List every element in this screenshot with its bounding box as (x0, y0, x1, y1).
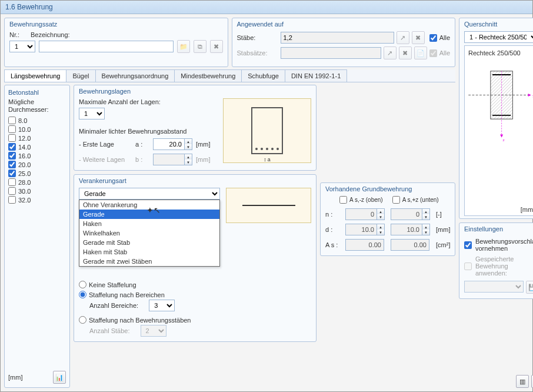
stabe-input[interactable] (281, 32, 394, 44)
legend-grund: Vorhandene Grundbewehrung (325, 185, 450, 192)
tab-bewehrungsanordnung[interactable]: Bewehrungsanordnung (95, 69, 175, 82)
a-unit: [mm] (196, 141, 217, 148)
legend-querschnitt: Querschnitt (464, 21, 533, 28)
opt-gerade-stab[interactable]: Gerade mit Stab (79, 238, 219, 247)
top-row: Bewehrungssatz Nr.: Bezeichnung: 1 📁 ⧉ ✖ (4, 18, 455, 67)
mid-column: Bewehrungslagen Maximale Anzahl der Lage… (74, 85, 317, 388)
diam-14[interactable] (8, 143, 16, 151)
legend-betonstahl: Betonstahl (8, 89, 66, 96)
group-querschnitt: Querschnitt 1 - Rechteck 250/500 Rechtec… (459, 18, 533, 219)
folder-icon[interactable]: 📁 (177, 40, 190, 53)
group-einstellungen: Einstellungen Bewehrungsvorschlag vorneh… (459, 222, 533, 299)
gespeichert-checkbox (464, 263, 472, 270)
radio-keine-staffelung[interactable] (79, 281, 86, 288)
opt-haken-stab[interactable]: Haken mit Stab (79, 247, 219, 257)
titlebar: 1.6 Bewehrung (1, 1, 532, 14)
qs-title: Rechteck 250/500 (468, 49, 533, 57)
max-lagen-label: Maximale Anzahl der Lagen: (79, 98, 217, 105)
save-icon[interactable]: 💾 (526, 281, 533, 294)
radio-staffelung-stabe[interactable] (79, 316, 86, 324)
group-angewendet: Angewendet auf Stäbe: ↗ ✖ Alle Stabsätze… (232, 18, 456, 67)
gespeichert-select (464, 281, 524, 293)
diam-10[interactable] (8, 125, 16, 133)
querschnitt-select[interactable]: 1 - Rechteck 250/500 (464, 31, 533, 43)
legend-angewendet: Angewendet auf (237, 21, 451, 28)
diam-30[interactable] (8, 187, 16, 195)
vorschlag-label: Bewehrungsvorschlag vornehmen (475, 238, 533, 252)
max-lagen-select[interactable]: 1 (79, 108, 105, 119)
duplicate-icon[interactable]: ⧉ (194, 40, 206, 53)
verankerung-select[interactable]: Gerade (79, 188, 220, 200)
as-label: A s : (325, 241, 339, 248)
clear-icon[interactable]: ✖ (399, 46, 412, 59)
verankerung-preview (226, 188, 311, 223)
add-set-icon[interactable]: 📄 (414, 46, 427, 59)
bez-label: Bezeichnung: (31, 31, 66, 38)
diam-list: 8.0 10.0 12.0 14.0 16.0 20.0 25.0 28.0 3… (8, 116, 66, 371)
clear-icon[interactable]: ✖ (412, 31, 425, 44)
tab-laengsbewehrung[interactable]: Längsbewehrung (4, 69, 66, 82)
opt-gerade[interactable]: Gerade (79, 210, 219, 219)
as2-input (391, 239, 429, 251)
d-unit: [mm] (436, 226, 456, 233)
group-bewehrungssatz: Bewehrungssatz Nr.: Bezeichnung: 1 📁 ⧉ ✖ (4, 18, 228, 67)
anzahl-bereiche-select[interactable]: 3 (149, 300, 175, 311)
tab-din[interactable]: DIN EN 1992-1-1 (285, 69, 347, 82)
verankerung-dropdown-wrap: Gerade Ohne Verankerung Gerade Haken Win… (79, 188, 220, 223)
vorschlag-checkbox[interactable] (464, 241, 472, 249)
stabsatze-label: Stabsätze: (237, 49, 278, 57)
d-label: d : (325, 226, 339, 233)
opt-ohne[interactable]: Ohne Verankerung (79, 200, 219, 210)
radio-staffelung-bereich[interactable] (79, 291, 86, 298)
asz-unten-checkbox[interactable] (392, 196, 400, 204)
diam-unit: [mm] (8, 374, 22, 381)
legend-settings: Einstellungen (464, 225, 533, 232)
stabe-label: Stäbe: (237, 34, 278, 41)
diam-32[interactable] (8, 196, 16, 204)
d1-input (345, 224, 377, 235)
diam-20[interactable] (8, 161, 16, 168)
dialog-window: 1.6 Bewehrung Bewehrungssatz Nr.: Bezeic… (0, 0, 533, 392)
diam-16[interactable] (8, 152, 16, 160)
n2-input (391, 208, 422, 220)
asz-oben-checkbox[interactable] (339, 196, 347, 204)
group-grundbewehrung: Vorhandene Grundbewehrung A s,-z (oben) … (320, 182, 455, 256)
qs-unit: [mm] (521, 206, 533, 213)
erste-lage-label: - Erste Lage (79, 141, 132, 148)
asz-oben-label: A s,-z (oben) (349, 197, 383, 203)
a-up[interactable]: ▲ (185, 139, 192, 144)
alle-stabe-checkbox[interactable] (429, 34, 437, 42)
diam-25[interactable] (8, 170, 16, 177)
verankerung-dropdown-list[interactable]: Ohne Verankerung Gerade Haken Winkelhake… (79, 200, 220, 267)
group-betonstahl: Betonstahl Mögliche Durchmesser: 8.0 10.… (4, 85, 70, 388)
pick-icon[interactable]: ↗ (397, 31, 409, 44)
delete-icon[interactable]: ✖ (210, 40, 223, 53)
opt-gerade-2stab[interactable]: Gerade mit zwei Stäben (79, 257, 219, 266)
opt-haken[interactable]: Haken (79, 219, 219, 228)
tab-mindestbewehrung[interactable]: Mindestbewehrung (174, 69, 242, 82)
pick-icon[interactable]: ↗ (384, 46, 397, 59)
bez-input[interactable] (39, 41, 174, 52)
diam-28[interactable] (8, 178, 16, 186)
left-column: Bewehrungssatz Nr.: Bezeichnung: 1 📁 ⧉ ✖ (4, 18, 455, 388)
a-value-input[interactable] (153, 138, 185, 150)
diam-12[interactable] (8, 134, 16, 142)
tab-buegel[interactable]: Bügel (66, 69, 95, 82)
content-area: Bewehrungssatz Nr.: Bezeichnung: 1 📁 ⧉ ✖ (1, 14, 532, 391)
tab-schubfuge[interactable]: Schubfuge (241, 69, 285, 82)
nr-label: Nr.: (9, 31, 27, 38)
lagen-preview: ↕a (223, 98, 311, 163)
asz-unten-label: A s,+z (unten) (402, 197, 439, 203)
group-lagen: Bewehrungslagen Maximale Anzahl der Lage… (74, 85, 317, 171)
a-down[interactable]: ▼ (185, 144, 192, 150)
opt-winkelhaken[interactable]: Winkelhaken (79, 228, 219, 238)
diam-8[interactable] (8, 117, 16, 124)
nr-select[interactable]: 1 (9, 41, 35, 52)
bottom-icon-row: ▥ ▤ (459, 375, 533, 388)
settings-icon[interactable]: 📊 (53, 371, 66, 384)
alle-stabe-label: Alle (439, 34, 450, 41)
view1-icon[interactable]: ▥ (516, 375, 529, 388)
min-abstand-label: Minimaler lichter Bewehrungsabstand (79, 128, 217, 135)
right-column: Querschnitt 1 - Rechteck 250/500 Rechtec… (459, 18, 533, 388)
stabsatze-input (281, 47, 381, 59)
